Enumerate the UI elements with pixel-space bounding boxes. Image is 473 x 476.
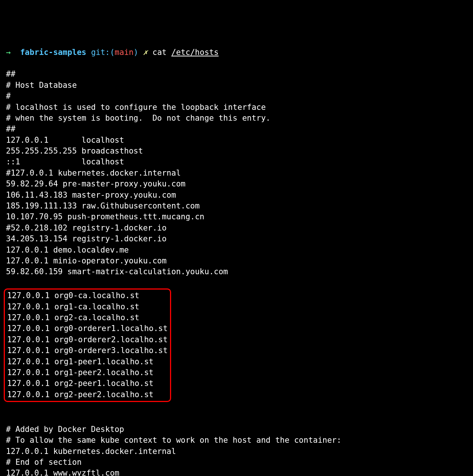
hosts-line-highlighted: 127.0.0.1 org0-orderer2.localho.st — [7, 334, 168, 345]
hosts-line: ## — [6, 69, 467, 80]
hosts-line: # To allow the same kube context to work… — [6, 435, 467, 446]
hosts-line: 127.0.0.1 kubernetes.docker.internal — [6, 446, 467, 457]
prompt-directory: fabric-samples — [20, 48, 86, 57]
hosts-line-highlighted: 127.0.0.1 org2-ca.localho.st — [7, 312, 168, 323]
hosts-line: # End of section — [6, 457, 467, 468]
hosts-line-highlighted: 127.0.0.1 org0-ca.localho.st — [7, 290, 168, 301]
hosts-line — [6, 413, 467, 424]
prompt-arrow: → — [6, 48, 11, 57]
hosts-line: 10.107.70.95 push-prometheus.ttt.mucang.… — [6, 211, 467, 222]
hosts-line: 127.0.0.1 demo.localdev.me — [6, 245, 467, 256]
hosts-line — [6, 402, 467, 413]
command-argument: /etc/hosts — [171, 48, 219, 57]
hosts-line-highlighted: 127.0.0.1 org2-peer2.localho.st — [7, 389, 168, 400]
git-suffix: ) — [133, 48, 138, 57]
terminal-prompt[interactable]: → fabric-samples git:(main) ✗ cat /etc/h… — [6, 47, 467, 58]
hosts-line: 34.205.13.154 registry-1.docker.io — [6, 234, 467, 244]
hosts-line: 127.0.0.1 www.wyzftl.com — [6, 468, 467, 476]
hosts-line: #52.0.218.102 registry-1.docker.io — [6, 223, 467, 234]
git-prefix: git:( — [91, 48, 115, 57]
hosts-line: # Added by Docker Desktop — [6, 424, 467, 435]
hosts-line-highlighted: 127.0.0.1 org0-orderer1.localho.st — [7, 323, 168, 334]
hosts-line-highlighted: 127.0.0.1 org1-ca.localho.st — [7, 302, 168, 312]
hosts-line-highlighted: 127.0.0.1 org0-orderer3.localho.st — [7, 345, 168, 356]
output-section-after: # Added by Docker Desktop# To allow the … — [6, 402, 467, 476]
hosts-line: 59.82.60.159 smart-matrix-calculation.yo… — [6, 266, 467, 277]
hosts-line: 59.82.29.64 pre-master-proxy.youku.com — [6, 179, 467, 189]
hosts-line: 255.255.255.255 broadcasthost — [6, 146, 467, 157]
hosts-line: #127.0.0.1 kubernetes.docker.internal — [6, 168, 467, 179]
hosts-line: ## — [6, 124, 467, 135]
highlighted-hosts-box: 127.0.0.1 org0-ca.localho.st127.0.0.1 or… — [4, 288, 171, 402]
git-dirty-marker: ✗ — [143, 48, 148, 57]
hosts-line: # Host Database — [6, 80, 467, 91]
hosts-line-highlighted: 127.0.0.1 org1-peer1.localho.st — [7, 356, 168, 367]
hosts-line: 127.0.0.1 minio-operator.youku.com — [6, 256, 467, 266]
hosts-line: # localhost is used to configure the loo… — [6, 102, 467, 113]
hosts-line: 106.11.43.183 master-proxy.youku.com — [6, 190, 467, 201]
hosts-line-highlighted: 127.0.0.1 org1-peer2.localho.st — [7, 367, 168, 378]
hosts-line: 127.0.0.1 localhost — [6, 135, 467, 146]
hosts-line: ::1 localhost — [6, 157, 467, 167]
hosts-line: # when the system is booting. Do not cha… — [6, 113, 467, 124]
hosts-line: 185.199.111.133 raw.Githubusercontent.co… — [6, 201, 467, 211]
command-name: cat — [152, 48, 167, 57]
git-branch: main — [115, 48, 134, 57]
hosts-line: # — [6, 91, 467, 102]
output-section-before: ### Host Database## localhost is used to… — [6, 69, 467, 277]
hosts-line-highlighted: 127.0.0.1 org2-peer1.localho.st — [7, 378, 168, 389]
